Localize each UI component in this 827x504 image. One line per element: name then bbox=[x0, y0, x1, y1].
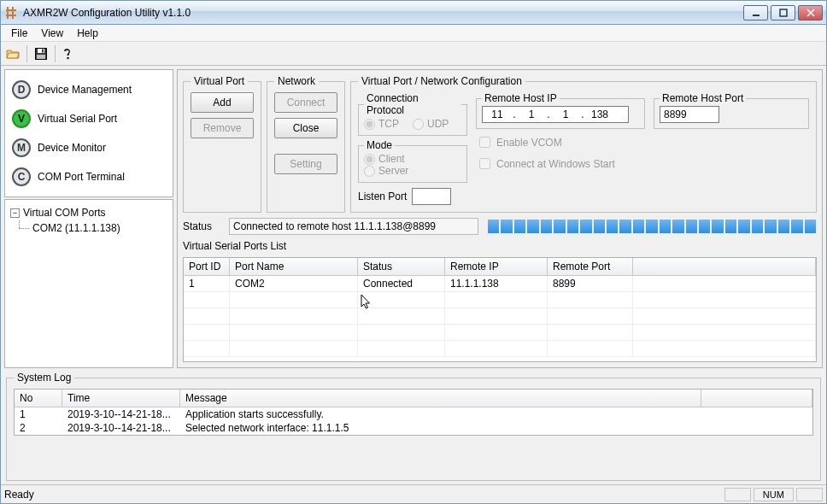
nav-device-management[interactable]: D Device Management bbox=[9, 75, 169, 104]
nav-icon-m: M bbox=[12, 138, 31, 157]
legend-remote-port: Remote Host Port bbox=[660, 92, 746, 104]
status-empty-cell bbox=[724, 488, 751, 501]
log-grid-header: No Time Message bbox=[15, 390, 812, 407]
menu-bar: File View Help bbox=[1, 25, 826, 42]
vsp-grid-header: Port ID Port Name Status Remote IP Remot… bbox=[184, 258, 816, 276]
minimize-button[interactable] bbox=[743, 5, 768, 21]
menu-help[interactable]: Help bbox=[70, 26, 105, 41]
tree-child[interactable]: COM2 (11.1.1.138) bbox=[9, 220, 169, 236]
table-row bbox=[184, 292, 816, 308]
col-remote-port[interactable]: Remote Port bbox=[548, 258, 633, 275]
menu-file[interactable]: File bbox=[4, 26, 34, 41]
group-mode: Mode Client Server bbox=[358, 139, 467, 183]
maximize-button[interactable] bbox=[771, 5, 795, 21]
open-button[interactable] bbox=[3, 44, 23, 64]
about-button[interactable] bbox=[59, 44, 79, 64]
ip-octet-2[interactable] bbox=[517, 108, 546, 121]
table-row bbox=[184, 325, 816, 341]
tree-toggle-icon[interactable]: − bbox=[10, 208, 20, 218]
log-grid[interactable]: No Time Message 12019-3-10--14-21-18...A… bbox=[14, 389, 813, 436]
close-button[interactable] bbox=[798, 5, 823, 21]
col-status[interactable]: Status bbox=[358, 258, 445, 275]
toolbar-sep bbox=[26, 45, 27, 62]
table-row bbox=[184, 341, 816, 357]
col-spacer bbox=[701, 390, 812, 407]
save-button[interactable] bbox=[31, 44, 51, 64]
svg-rect-10 bbox=[42, 49, 44, 52]
progress-bar bbox=[487, 219, 817, 234]
col-port-id[interactable]: Port ID bbox=[184, 258, 230, 275]
group-conn-proto: Connection Protocol TCP UDP bbox=[358, 92, 467, 136]
ip-octet-1[interactable] bbox=[483, 108, 512, 121]
legend-virtual-port: Virtual Port bbox=[191, 75, 248, 87]
group-network: Network Connect Close Setting bbox=[267, 75, 345, 213]
table-row[interactable]: 1COM2Connected11.1.1.1388899 bbox=[184, 276, 816, 292]
nav-icon-d: D bbox=[12, 80, 31, 99]
listen-port-input[interactable] bbox=[412, 188, 451, 205]
main-area: D Device Management V Virtual Serial Por… bbox=[1, 66, 826, 372]
status-bar: Ready NUM bbox=[1, 484, 826, 503]
tree-child-label: COM2 (11.1.1.138) bbox=[32, 222, 120, 234]
ip-octet-4[interactable] bbox=[585, 108, 614, 121]
toolbar-sep bbox=[55, 45, 56, 62]
status-field: Connected to remote host 11.1.1.138@8899 bbox=[229, 218, 478, 235]
connect-button[interactable]: Connect bbox=[274, 92, 337, 113]
check-enable-vcom[interactable]: Enable VCOM bbox=[476, 134, 645, 150]
remove-button[interactable]: Remove bbox=[191, 118, 254, 138]
tree-box: − Virtual COM Ports COM2 (11.1.1.138) bbox=[4, 199, 173, 368]
table-row bbox=[184, 308, 816, 325]
nav-label: COM Port Terminal bbox=[38, 171, 125, 183]
col-time[interactable]: Time bbox=[62, 390, 180, 407]
legend-network: Network bbox=[274, 75, 319, 87]
left-panel: D Device Management V Virtual Serial Por… bbox=[4, 69, 173, 368]
nav-icon-v: V bbox=[12, 109, 31, 128]
add-button[interactable]: Add bbox=[191, 92, 254, 113]
table-row[interactable]: 12019-3-10--14-21-18...Application start… bbox=[15, 407, 812, 421]
legend-vpnc: Virtual Port / Network Configuration bbox=[358, 75, 525, 87]
listen-port-row: Listen Port bbox=[358, 188, 467, 205]
nav-label: Device Monitor bbox=[38, 142, 106, 154]
nav-com-port-terminal[interactable]: C COM Port Terminal bbox=[9, 162, 169, 191]
close-net-button[interactable]: Close bbox=[274, 118, 337, 138]
group-virtual-port: Virtual Port Add Remove bbox=[183, 75, 261, 213]
status-ready: Ready bbox=[4, 489, 34, 501]
remote-ip-input[interactable]: . . . bbox=[482, 106, 629, 123]
ip-octet-3[interactable] bbox=[551, 108, 580, 121]
svg-rect-1 bbox=[12, 7, 14, 19]
check-connect-start[interactable]: Connect at Windows Start bbox=[476, 155, 645, 172]
config-row: Virtual Port Add Remove Network Connect … bbox=[183, 75, 817, 213]
radio-tcp[interactable]: TCP bbox=[364, 118, 399, 130]
nav-virtual-serial-port[interactable]: V Virtual Serial Port bbox=[9, 104, 169, 133]
table-row[interactable]: 22019-3-10--14-21-18...Selected network … bbox=[15, 421, 812, 435]
legend-remote-ip: Remote Host IP bbox=[482, 92, 560, 104]
svg-rect-0 bbox=[7, 7, 9, 19]
status-label: Status bbox=[183, 220, 220, 232]
group-remote-port: Remote Host Port 8899 bbox=[654, 92, 809, 129]
nav-box: D Device Management V Virtual Serial Por… bbox=[4, 69, 173, 197]
setting-button[interactable]: Setting bbox=[274, 154, 337, 174]
nav-label: Device Management bbox=[38, 84, 132, 96]
remote-port-input[interactable]: 8899 bbox=[660, 106, 719, 123]
log-grid-body: 12019-3-10--14-21-18...Application start… bbox=[15, 407, 812, 435]
vsp-grid-body: 1COM2Connected11.1.1.1388899 bbox=[184, 276, 816, 357]
tree-root[interactable]: − Virtual COM Ports bbox=[9, 205, 169, 220]
col-no[interactable]: No bbox=[15, 390, 62, 407]
legend-mode: Mode bbox=[364, 139, 395, 151]
col-spacer bbox=[633, 258, 816, 275]
radio-client[interactable]: Client bbox=[364, 153, 461, 165]
window-buttons bbox=[743, 5, 823, 21]
vsp-grid[interactable]: Port ID Port Name Status Remote IP Remot… bbox=[183, 257, 817, 362]
col-port-name[interactable]: Port Name bbox=[230, 258, 358, 275]
radio-server[interactable]: Server bbox=[364, 165, 461, 177]
status-empty-cell bbox=[796, 488, 823, 501]
nav-icon-c: C bbox=[12, 167, 31, 186]
right-panel: Virtual Port Add Remove Network Connect … bbox=[177, 69, 823, 368]
svg-rect-2 bbox=[6, 9, 16, 11]
group-vpnc: Virtual Port / Network Configuration Con… bbox=[350, 75, 817, 213]
status-num: NUM bbox=[754, 488, 794, 501]
radio-udp[interactable]: UDP bbox=[413, 118, 449, 130]
col-message[interactable]: Message bbox=[180, 390, 701, 407]
nav-device-monitor[interactable]: M Device Monitor bbox=[9, 133, 169, 162]
col-remote-ip[interactable]: Remote IP bbox=[445, 258, 548, 275]
menu-view[interactable]: View bbox=[34, 26, 70, 41]
